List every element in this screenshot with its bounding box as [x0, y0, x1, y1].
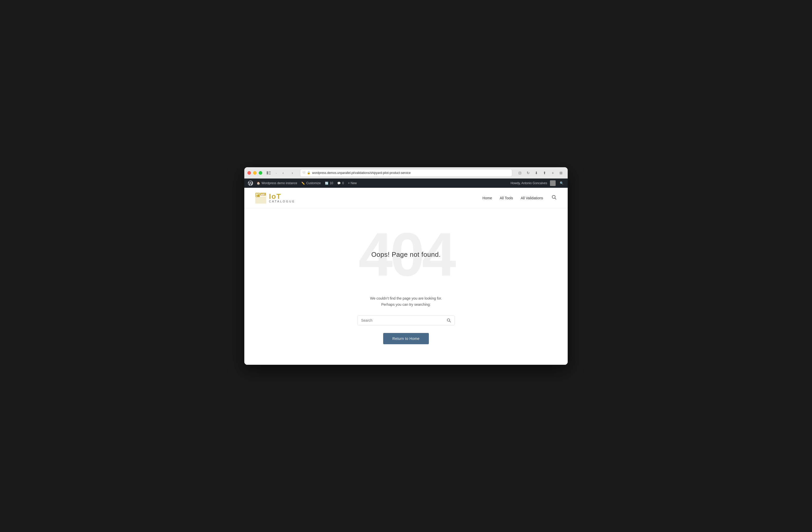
wp-updates-item[interactable]: 🔄 10	[323, 179, 335, 188]
tabs-overview-button[interactable]: ⊞	[557, 169, 565, 176]
minimize-button[interactable]	[253, 171, 257, 175]
wp-admin-bar-right: Howdy, Antonio Goncalves 🔍	[508, 179, 566, 188]
new-tab-button[interactable]: +	[549, 169, 556, 176]
nav-all-validations-link[interactable]: All Validations	[521, 196, 543, 200]
search-submit-button[interactable]	[443, 316, 454, 325]
main-content: 404 Oops! Page not found. We couldn’t fi…	[244, 208, 568, 365]
logo-iot-text: IoT	[269, 193, 295, 200]
svg-rect-1	[269, 171, 271, 172]
share-button[interactable]: ⬆	[541, 169, 548, 176]
site-logo[interactable]: IoT IoT CATALOGUE	[255, 192, 295, 204]
download-button[interactable]: ⬇	[533, 169, 540, 176]
svg-rect-6	[256, 193, 258, 195]
return-home-button[interactable]: Return to Home	[383, 333, 429, 344]
svg-rect-0	[267, 171, 268, 174]
svg-rect-12	[256, 197, 266, 198]
svg-line-17	[450, 321, 451, 322]
error-headline: Oops! Page not found.	[371, 251, 441, 258]
shield-icon: 🛡	[303, 171, 305, 174]
search-input[interactable]	[358, 316, 443, 325]
logo-text-wrapper: IoT CATALOGUE	[269, 193, 295, 203]
nav-all-tools-link[interactable]: All Tools	[500, 196, 513, 200]
svg-rect-13	[256, 198, 266, 203]
svg-text:IoT: IoT	[261, 193, 264, 196]
address-bar[interactable]: 🛡 🔒 wordpress.demos.unparallel.pt/valida…	[300, 169, 512, 177]
wp-customize-label: Customize	[306, 181, 321, 185]
error-subtext: We couldn’t find the page you are lookin…	[370, 295, 442, 308]
search-icon	[552, 195, 556, 200]
lock-icon: 🔒	[307, 171, 310, 174]
site-nav: Home All Tools All Validations	[482, 194, 557, 202]
screenshot-button[interactable]: ⊡	[516, 169, 524, 176]
wp-comments-count: 0	[342, 181, 344, 185]
maximize-button[interactable]	[259, 171, 262, 175]
logo-catalogue-text: CATALOGUE	[269, 200, 295, 203]
wp-howdy-item[interactable]: Howdy, Antonio Goncalves	[508, 179, 558, 188]
browser-titlebar: ⌄ ‹ › 🛡 🔒 wordpress.demos.unparallel.pt/…	[244, 167, 568, 179]
search-form	[357, 315, 455, 325]
url-text: wordpress.demos.unparallel.pt/validation…	[312, 171, 509, 175]
wp-new-item[interactable]: + New	[346, 179, 359, 188]
logo-icon: IoT	[255, 192, 267, 204]
svg-line-15	[555, 198, 556, 199]
wp-logo-item[interactable]	[246, 179, 255, 188]
wordpress-logo-icon	[248, 181, 253, 186]
toolbar-right: ⊡ ↻ ⬇ ⬆ + ⊞	[516, 169, 565, 176]
wp-new-label: + New	[348, 181, 357, 185]
svg-rect-3	[269, 174, 271, 174]
site-header: IoT IoT CATALOGUE Home All Tools All Val…	[244, 188, 568, 208]
wp-demo-instance-item[interactable]: 🏠 Wordpress demo instance	[255, 179, 299, 188]
wp-admin-bar: 🏠 Wordpress demo instance ✏️ Customize 🔄…	[244, 179, 568, 188]
nav-home-link[interactable]: Home	[482, 196, 492, 200]
svg-rect-2	[269, 173, 271, 173]
forward-button[interactable]: ›	[289, 169, 296, 176]
error-description-line1: We couldn’t find the page you are lookin…	[370, 295, 442, 302]
error-404-wrapper: 404 Oops! Page not found.	[255, 224, 557, 285]
site-content: IoT IoT CATALOGUE Home All Tools All Val…	[244, 188, 568, 365]
traffic-lights	[247, 171, 262, 175]
refresh-button[interactable]: ↻	[525, 169, 532, 176]
back-button[interactable]: ‹	[279, 169, 287, 176]
svg-rect-8	[256, 195, 257, 196]
search-container	[357, 315, 455, 325]
wp-customize-item[interactable]: ✏️ Customize	[299, 179, 323, 188]
close-button[interactable]	[247, 171, 251, 175]
error-description-line2: Perhaps you can try searching:	[370, 302, 442, 308]
browser-window: ⌄ ‹ › 🛡 🔒 wordpress.demos.unparallel.pt/…	[244, 167, 568, 365]
wp-demo-instance-label: Wordpress demo instance	[262, 181, 297, 185]
return-home-label: Return to Home	[392, 337, 420, 341]
wp-comments-item[interactable]: 💬 0	[335, 179, 346, 188]
sidebar-toggle-button[interactable]	[264, 169, 273, 176]
wp-updates-count: 10	[330, 181, 333, 185]
wp-search-icon: 🔍	[560, 181, 564, 185]
wp-search-item[interactable]: 🔍	[558, 179, 566, 188]
svg-rect-7	[258, 193, 259, 194]
wp-howdy-label: Howdy, Antonio Goncalves	[510, 181, 547, 185]
admin-user-avatar	[550, 180, 556, 186]
search-submit-icon	[447, 318, 451, 322]
nav-search-button[interactable]	[551, 194, 557, 202]
error-message-overlay: Oops! Page not found.	[371, 251, 441, 258]
